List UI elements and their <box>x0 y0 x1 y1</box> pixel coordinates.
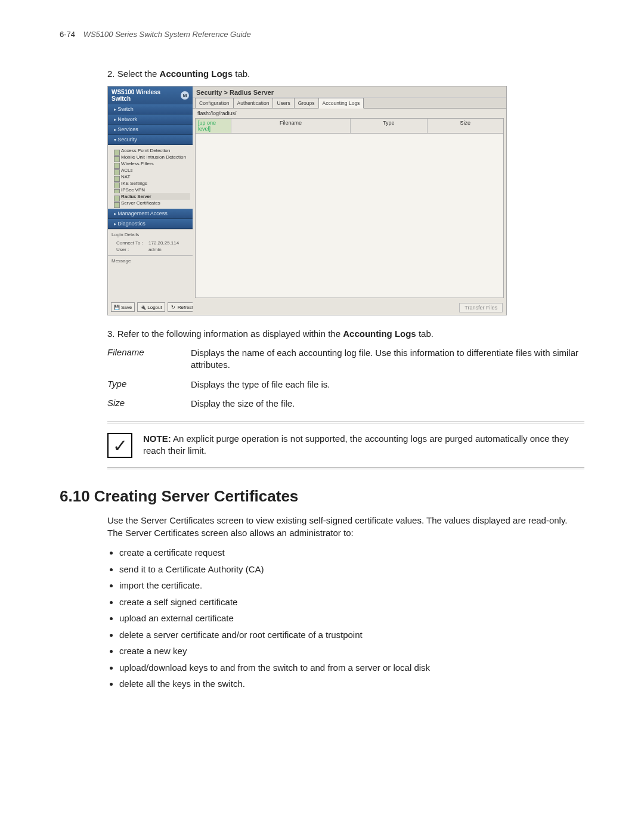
tab-configuration[interactable]: Configuration <box>195 98 234 108</box>
nav-switch[interactable]: Switch <box>108 104 193 114</box>
tree-server-certs[interactable]: Server Certificates <box>114 200 190 206</box>
guide-title: WS5100 Series Switch System Reference Gu… <box>83 30 251 39</box>
save-button[interactable]: 💾 Save <box>111 302 135 312</box>
bullet-item: send it to a Certificate Authority (CA) <box>119 562 584 577</box>
refresh-icon: ↻ <box>171 304 177 310</box>
login-details: Login Details Connect To : 172.20.25.114… <box>108 229 193 255</box>
logout-button[interactable]: 🔌 Logout <box>137 302 165 312</box>
sidebar-title: WS5100 Wireless Switch M <box>108 86 193 104</box>
checkmark-icon: ✓ <box>107 433 132 458</box>
tab-users[interactable]: Users <box>273 98 294 108</box>
tab-bar: Configuration Authentication Users Group… <box>193 98 506 109</box>
table-body-empty <box>196 134 503 298</box>
up-one-level-link[interactable]: [up one level] <box>196 119 231 133</box>
bullet-item: import the certificate. <box>119 578 584 593</box>
def-filename: Filename Displays the name of each accou… <box>107 347 584 371</box>
security-tree: Access Point Detection Mobile Unit Intru… <box>108 145 193 209</box>
sidebar: WS5100 Wireless Switch M Switch Network … <box>108 86 193 315</box>
bullet-list: create a certificate request send it to … <box>107 545 584 692</box>
save-icon: 💾 <box>114 304 120 310</box>
def-size: Size Display the size of the file. <box>107 398 584 410</box>
tree-mu-intrusion[interactable]: Mobile Unit Intrusion Detection <box>114 154 190 160</box>
tree-acls[interactable]: ACLs <box>114 167 190 174</box>
tree-radius-server[interactable]: Radius Server <box>114 193 190 200</box>
bullet-item: create a new key <box>119 643 584 659</box>
col-size[interactable]: Size <box>428 119 503 133</box>
tab-accounting-logs[interactable]: Accounting Logs <box>318 98 364 109</box>
logs-table: [up one level] Filename Type Size <box>195 118 504 298</box>
step-3: 3. Refer to the following information as… <box>107 329 584 339</box>
logo-icon: M <box>181 91 189 100</box>
bullet-item: delete a server certificate and/or root … <box>119 627 584 643</box>
app-screenshot: WS5100 Wireless Switch M Switch Network … <box>107 86 507 315</box>
tab-groups[interactable]: Groups <box>294 98 319 108</box>
nav-services[interactable]: Services <box>108 125 193 135</box>
tab-authentication[interactable]: Authentication <box>233 98 274 108</box>
nav-network[interactable]: Network <box>108 114 193 125</box>
logout-icon: 🔌 <box>140 304 146 310</box>
bullet-item: create a certificate request <box>119 545 584 561</box>
transfer-files-button[interactable]: Transfer Files <box>459 303 503 312</box>
divider-bottom <box>107 467 584 469</box>
field-definitions: Filename Displays the name of each accou… <box>107 347 584 410</box>
bullet-item: delete all the keys in the switch. <box>119 676 584 692</box>
nav-diagnostics[interactable]: Diagnostics <box>108 219 193 229</box>
message-panel: Message <box>108 255 193 266</box>
note-block: ✓ NOTE: An explicit purge operation is n… <box>107 429 584 462</box>
nav-management[interactable]: Management Access <box>108 209 193 219</box>
step-2: 2. Select the Accounting Logs tab. <box>107 69 584 79</box>
path-display: flash:/log/radius/ <box>193 109 506 118</box>
tree-ap-detection[interactable]: Access Point Detection <box>114 147 190 154</box>
bullet-item: upload/download keys to and from the swi… <box>119 660 584 676</box>
col-type[interactable]: Type <box>351 119 427 133</box>
def-type: Type Displays the type of file each file… <box>107 379 584 391</box>
page-number: 6-74 <box>60 30 75 39</box>
tree-ike[interactable]: IKE Settings <box>114 180 190 187</box>
tree-ipsec[interactable]: IPSec VPN <box>114 187 190 193</box>
col-filename[interactable]: Filename <box>231 119 351 133</box>
page-header: 6-74 WS5100 Series Switch System Referen… <box>60 30 584 39</box>
divider-top <box>107 422 584 423</box>
section-heading: 6.10 Creating Server Certificates <box>60 487 584 506</box>
bullet-item: upload an external certificate <box>119 611 584 626</box>
tree-nat[interactable]: NAT <box>114 174 190 180</box>
breadcrumb: Security > Radius Server <box>193 86 506 98</box>
tree-wireless-filters[interactable]: Wireless Filters <box>114 160 190 167</box>
main-panel: Security > Radius Server Configuration A… <box>193 86 506 315</box>
section-intro: Use the Server Certificates screen to vi… <box>107 514 584 539</box>
nav-security[interactable]: Security <box>108 135 193 145</box>
bullet-item: create a self signed certificate <box>119 594 584 610</box>
